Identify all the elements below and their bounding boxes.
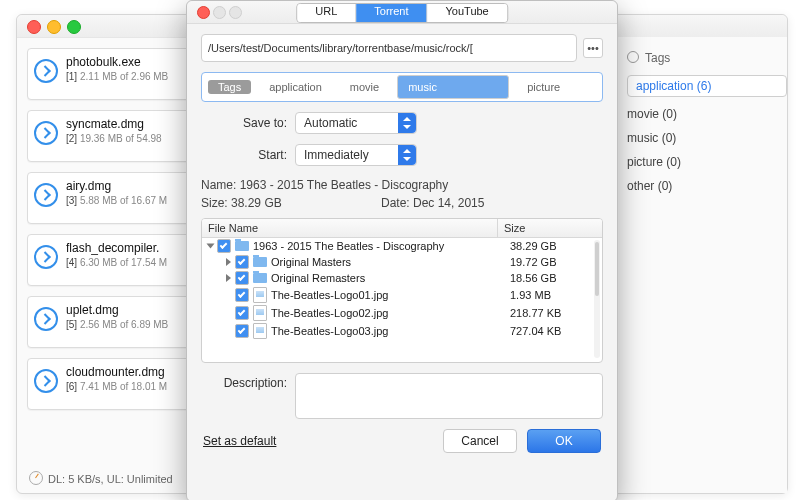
file-icon xyxy=(253,305,267,321)
tags-header: Tags xyxy=(627,51,787,65)
download-name: photobulk.exe xyxy=(66,55,190,69)
download-progress: [5] 2.56 MB of 6.89 MB xyxy=(66,319,190,330)
file-row[interactable]: The-Beatles-Logo01.jpg1.93 MB xyxy=(202,286,602,304)
source-tabs[interactable]: URL Torrent YouTube xyxy=(296,3,508,23)
file-size: 19.72 GB xyxy=(504,256,602,268)
minimize-icon[interactable] xyxy=(47,20,61,34)
folder-icon xyxy=(235,241,249,251)
torrent-size: Size: 38.29 GB xyxy=(201,196,381,210)
tag-filter[interactable]: other (0) xyxy=(627,179,787,193)
download-progress-icon xyxy=(34,121,58,145)
download-progress-icon xyxy=(34,183,58,207)
tab-youtube[interactable]: YouTube xyxy=(428,4,507,22)
close-icon[interactable] xyxy=(27,20,41,34)
file-size: 727.04 KB xyxy=(504,325,602,337)
cancel-button[interactable]: Cancel xyxy=(443,429,517,453)
download-progress: [6] 7.41 MB of 18.01 M xyxy=(66,381,190,392)
browse-button[interactable]: ••• xyxy=(583,38,603,58)
set-default-link[interactable]: Set as default xyxy=(203,434,276,448)
download-name: flash_decompiler. xyxy=(66,241,190,255)
file-size: 38.29 GB xyxy=(504,240,602,252)
tab-torrent[interactable]: Torrent xyxy=(356,4,427,22)
download-name: uplet.dmg xyxy=(66,303,190,317)
tag-filter[interactable]: picture (0) xyxy=(627,155,787,169)
file-row[interactable]: The-Beatles-Logo02.jpg218.77 KB xyxy=(202,304,602,322)
tag-filter[interactable]: movie (0) xyxy=(627,107,787,121)
disclosure-triangle-icon[interactable] xyxy=(226,258,231,266)
description-field[interactable] xyxy=(295,373,603,419)
tag-picture[interactable]: picture xyxy=(517,80,570,94)
checkbox[interactable] xyxy=(235,271,249,285)
checkbox[interactable] xyxy=(235,306,249,320)
tags-label-chip: Tags xyxy=(208,80,251,94)
file-tree[interactable]: File Name Size 1963 - 2015 The Beatles -… xyxy=(201,218,603,363)
download-progress-icon xyxy=(34,59,58,83)
file-row[interactable]: 1963 - 2015 The Beatles - Discography38.… xyxy=(202,238,602,254)
download-name: airy.dmg xyxy=(66,179,190,193)
tags-sidebar: Tags application (6)movie (0)music (0)pi… xyxy=(612,37,787,493)
torrent-name: Name: 1963 - 2015 The Beatles - Discogra… xyxy=(201,178,603,192)
chevron-down-icon xyxy=(398,113,416,133)
column-size[interactable]: Size xyxy=(498,219,602,237)
download-item[interactable]: syncmate.dmg[2] 19.36 MB of 54.98 xyxy=(27,110,197,162)
save-to-label: Save to: xyxy=(201,116,287,130)
file-name: The-Beatles-Logo02.jpg xyxy=(271,307,388,319)
download-progress: [3] 5.88 MB of 16.67 M xyxy=(66,195,190,206)
minimize-icon xyxy=(213,6,226,19)
download-item[interactable]: cloudmounter.dmg[6] 7.41 MB of 18.01 M xyxy=(27,358,197,410)
download-progress: [2] 19.36 MB of 54.98 xyxy=(66,133,190,144)
download-progress: [1] 2.11 MB of 2.96 MB xyxy=(66,71,190,82)
download-item[interactable]: flash_decompiler.[4] 6.30 MB of 17.54 M xyxy=(27,234,197,286)
file-name: The-Beatles-Logo01.jpg xyxy=(271,289,388,301)
download-progress-icon xyxy=(34,307,58,331)
disclosure-triangle-icon[interactable] xyxy=(207,244,215,249)
tag-movie[interactable]: movie xyxy=(340,80,389,94)
scrollbar[interactable] xyxy=(594,240,600,358)
zoom-icon[interactable] xyxy=(67,20,81,34)
tag-filter[interactable]: music (0) xyxy=(627,131,787,145)
download-name: syncmate.dmg xyxy=(66,117,190,131)
file-icon xyxy=(253,287,267,303)
disclosure-triangle-icon[interactable] xyxy=(226,274,231,282)
tag-chooser[interactable]: Tags application movie music picture xyxy=(201,72,603,102)
file-size: 18.56 GB xyxy=(504,272,602,284)
file-row[interactable]: Original Remasters18.56 GB xyxy=(202,270,602,286)
download-name: cloudmounter.dmg xyxy=(66,365,190,379)
gauge-icon xyxy=(29,471,43,485)
save-to-select[interactable]: Automatic xyxy=(295,112,417,134)
ok-button[interactable]: OK xyxy=(527,429,601,453)
start-select[interactable]: Immediately xyxy=(295,144,417,166)
close-icon[interactable] xyxy=(197,6,210,19)
torrent-info: Name: 1963 - 2015 The Beatles - Discogra… xyxy=(201,178,603,210)
chevron-down-icon xyxy=(398,145,416,165)
tag-application[interactable]: application xyxy=(259,80,332,94)
zoom-icon xyxy=(229,6,242,19)
tab-url[interactable]: URL xyxy=(297,4,356,22)
status-bar: DL: 5 KB/s, UL: Unlimited xyxy=(29,471,173,485)
start-label: Start: xyxy=(201,148,287,162)
file-size: 218.77 KB xyxy=(504,307,602,319)
dialog-titlebar: URL Torrent YouTube xyxy=(187,1,617,24)
checkbox[interactable] xyxy=(235,288,249,302)
checkbox[interactable] xyxy=(235,324,249,338)
file-name: Original Remasters xyxy=(271,272,365,284)
file-row[interactable]: Original Masters19.72 GB xyxy=(202,254,602,270)
column-file-name[interactable]: File Name xyxy=(202,219,498,237)
download-list: photobulk.exe[1] 2.11 MB of 2.96 MBsyncm… xyxy=(17,38,203,494)
file-name: Original Masters xyxy=(271,256,351,268)
download-item[interactable]: uplet.dmg[5] 2.56 MB of 6.89 MB xyxy=(27,296,197,348)
checkbox[interactable] xyxy=(217,239,231,253)
download-progress: [4] 6.30 MB of 17.54 M xyxy=(66,257,190,268)
download-progress-icon xyxy=(34,369,58,393)
tag-music[interactable]: music xyxy=(397,75,509,99)
file-row[interactable]: The-Beatles-Logo03.jpg727.04 KB xyxy=(202,322,602,340)
torrent-date: Date: Dec 14, 2015 xyxy=(381,196,484,210)
download-item[interactable]: photobulk.exe[1] 2.11 MB of 2.96 MB xyxy=(27,48,197,100)
checkbox[interactable] xyxy=(235,255,249,269)
tag-filter[interactable]: application (6) xyxy=(627,75,787,97)
description-label: Description: xyxy=(201,373,287,390)
file-name: The-Beatles-Logo03.jpg xyxy=(271,325,388,337)
download-item[interactable]: airy.dmg[3] 5.88 MB of 16.67 M xyxy=(27,172,197,224)
download-progress-icon xyxy=(34,245,58,269)
path-field[interactable]: /Users/test/Documents/library/torrentbas… xyxy=(201,34,577,62)
